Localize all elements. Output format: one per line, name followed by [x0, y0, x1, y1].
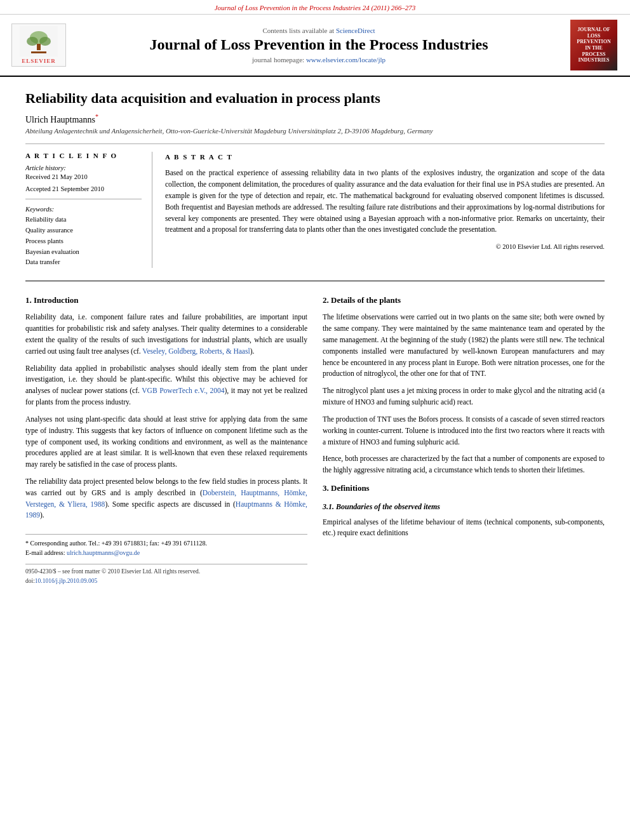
sciencedirect-link[interactable]: ScienceDirect	[336, 27, 375, 34]
keyword-5: Data transfer	[25, 257, 142, 268]
section1-para3: Analyses not using plant-specific data s…	[25, 414, 307, 470]
keyword-3: Process plants	[25, 236, 142, 247]
abstract-text: Based on the practical experience of ass…	[165, 168, 605, 236]
article-info-title: A R T I C L E I N F O	[25, 152, 142, 159]
col-right: 2. Details of the plants The lifetime ob…	[323, 291, 605, 585]
section2-para4: Hence, both processes are characterized …	[323, 453, 605, 476]
section2-heading: 2. Details of the plants	[323, 294, 605, 307]
section1-para1: Reliability data, i.e. component failure…	[25, 312, 307, 357]
contents-label: Contents lists available at	[262, 27, 334, 34]
affiliation: Abteilung Anlagentechnik und Anlagensich…	[25, 127, 605, 135]
section2-para2: The nitroglycol plant uses a jet mixing …	[323, 385, 605, 408]
homepage-link[interactable]: www.elsevier.com/locate/jlp	[306, 56, 385, 63]
section31-heading: 3.1. Boundaries of the observed items	[323, 501, 605, 513]
author-sup: *	[95, 113, 98, 120]
footnote-email: E-mail address: ulrich.hauptmanns@ovgu.d…	[25, 548, 307, 557]
journal-logo-box: Journal ofLossPreventionin the processin…	[570, 20, 617, 70]
logo-title: Journal ofLossPreventionin the processin…	[573, 27, 615, 63]
elsevier-tree-svg	[20, 26, 58, 57]
section2-para1: The lifetime observations were carried o…	[323, 312, 605, 380]
journal-center-block: Contents lists available at ScienceDirec…	[75, 27, 563, 63]
abstract-title: A B S T R A C T	[165, 152, 605, 163]
section31-para1: Empirical analyses of the lifetime behav…	[323, 517, 605, 540]
doi-link[interactable]: 10.1016/j.jlp.2010.09.005	[35, 578, 97, 584]
keyword-2: Quality assurance	[25, 225, 142, 236]
top-bar: Journal of Loss Prevention in the Proces…	[0, 0, 630, 15]
veseley-link[interactable]: Veseley, Goldberg, Roberts, & Haasl	[142, 347, 250, 355]
bottom-bar: 0950-4230/$ – see front matter © 2010 El…	[25, 564, 307, 585]
journal-homepage: journal homepage: www.elsevier.com/locat…	[75, 56, 563, 63]
homepage-label: journal homepage:	[252, 56, 306, 63]
svg-point-2	[27, 37, 38, 46]
footnote-area: * Corresponding author. Tel.: +49 391 67…	[25, 534, 307, 557]
author-text: Ulrich Hauptmanns	[25, 114, 95, 124]
info-abstract-row: A R T I C L E I N F O Article history: R…	[25, 143, 605, 268]
section1-heading: 1. Introduction	[25, 294, 307, 307]
divider	[25, 199, 142, 199]
section3-heading: 3. Definitions	[323, 482, 605, 495]
history-label: Article history:	[25, 164, 142, 171]
journal-header: ELSEVIER Contents lists available at Sci…	[0, 15, 630, 77]
section1-para4: The reliability data project presented b…	[25, 476, 307, 521]
journal-logo-section: Journal ofLossPreventionin the processin…	[570, 20, 620, 70]
contents-line: Contents lists available at ScienceDirec…	[75, 27, 563, 34]
email-link[interactable]: ulrich.hauptmanns@ovgu.de	[67, 549, 140, 556]
issn-line: 0950-4230/$ – see front matter © 2010 El…	[25, 567, 307, 577]
keywords-list: Reliability data Quality assurance Proce…	[25, 215, 142, 268]
accepted-date: Accepted 21 September 2010	[25, 185, 142, 192]
email-label: E-mail address:	[25, 549, 67, 556]
keyword-1: Reliability data	[25, 215, 142, 225]
journal-title: Journal of Loss Prevention in the Proces…	[75, 36, 563, 54]
elsevier-emblem: ELSEVIER	[11, 23, 66, 67]
doi-text: doi:	[25, 578, 35, 584]
body-columns: 1. Introduction Reliability data, i.e. c…	[25, 281, 605, 585]
svg-rect-5	[31, 51, 46, 53]
section2-para3: The production of TNT uses the Bofors pr…	[323, 414, 605, 448]
author-name: Ulrich Hauptmanns*	[25, 113, 605, 125]
svg-rect-4	[37, 44, 41, 50]
article-title: Reliability data acquisition and evaluat…	[25, 90, 605, 108]
elsevier-logo-section: ELSEVIER	[10, 23, 67, 67]
abstract-section: A B S T R A C T Based on the practical e…	[165, 152, 605, 268]
keywords-label: Keywords:	[25, 206, 142, 213]
svg-point-3	[39, 37, 51, 46]
received-date: Received 21 May 2010	[25, 173, 142, 180]
keyword-4: Bayesian evaluation	[25, 247, 142, 258]
copyright-line: © 2010 Elsevier Ltd. All rights reserved…	[165, 242, 605, 252]
col-left: 1. Introduction Reliability data, i.e. c…	[25, 291, 307, 585]
vgb-link[interactable]: VGB PowerTech e.V., 2004	[142, 387, 224, 394]
elsevier-text: ELSEVIER	[22, 58, 56, 64]
doi-line: doi:10.1016/j.jlp.2010.09.005	[25, 577, 307, 586]
main-content: Reliability data acquisition and evaluat…	[0, 77, 630, 605]
article-info: A R T I C L E I N F O Article history: R…	[25, 152, 152, 268]
section1-para2: Reliability data applied in probabilisti…	[25, 363, 307, 408]
journal-citation: Journal of Loss Prevention in the Proces…	[215, 4, 416, 11]
footnote-star: * Corresponding author. Tel.: +49 391 67…	[25, 538, 307, 548]
